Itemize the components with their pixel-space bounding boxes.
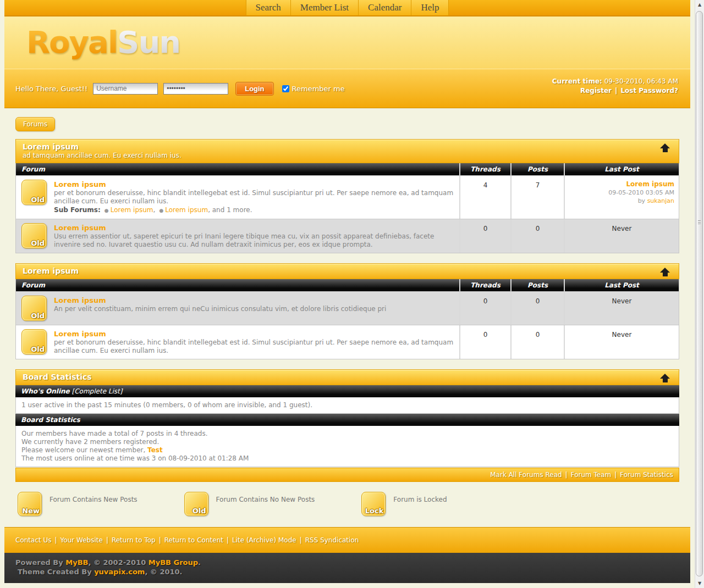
last-post-cell: Lorem ipsum 09-05-2010 03:05 AM by sukan…	[564, 176, 679, 219]
forum-row: Old Lorem ipsum per et bonorum deseruiss…	[16, 325, 679, 359]
legend-item-old: Old Forum Contains No New Posts	[184, 492, 315, 516]
separator: |	[106, 536, 108, 544]
mybb-group-link[interactable]: MyBB Group	[148, 558, 198, 567]
lite-mode-link[interactable]: Lite (Archive) Mode	[232, 536, 296, 544]
collapse-category-icon[interactable]	[659, 374, 671, 384]
current-time: Current time: 09-30-2010, 06:43 AM	[552, 77, 678, 86]
scroll-up-button[interactable]: ▲	[695, 0, 704, 9]
subforums-line: Sub Forums:●Lorem ipsum,●Lorem ipsum, an…	[54, 206, 454, 215]
collapse-category-icon[interactable]	[659, 143, 671, 153]
current-time-label: Current time:	[552, 77, 602, 85]
category-1-description: ad tamquam ancillae cum. Eu exerci nulla…	[23, 152, 672, 159]
powered-by-line: Powered By MyBB, © 2002-2010 MyBB Group.	[15, 558, 679, 567]
breadcrumb-forums-button[interactable]: Forums	[15, 117, 55, 131]
separator: |	[300, 536, 302, 544]
last-post-author-line: by sukanjan	[569, 197, 674, 205]
board-statistics-title: Board Statistics	[23, 373, 672, 381]
nav-member-list[interactable]: Member List	[290, 0, 358, 15]
category-1-title[interactable]: Lorem ipsum	[23, 142, 672, 151]
footer-credits: Powered By MyBB, © 2002-2010 MyBB Group.…	[4, 553, 690, 583]
separator: |	[615, 87, 617, 95]
nav-help[interactable]: Help	[411, 0, 449, 15]
board-stats-bar: Board Statistics	[15, 414, 679, 426]
vertical-scrollbar[interactable]: ▲ ▼	[695, 0, 704, 588]
your-website-link[interactable]: Your Website	[61, 536, 103, 544]
stats-line-posts: Our members have made a total of 7 posts…	[21, 430, 673, 438]
mybb-link[interactable]: MyBB	[65, 558, 88, 567]
legend-label: Forum Contains No New Posts	[216, 492, 315, 516]
newest-member-link[interactable]: Test	[147, 446, 163, 454]
password-input[interactable]	[163, 83, 228, 95]
old-posts-icon: Old	[184, 492, 208, 516]
scrollbar-grip-icon	[698, 220, 701, 225]
rss-syndication-link[interactable]: RSS Syndication	[305, 536, 359, 544]
category-2-title[interactable]: Lorem ipsum	[23, 267, 672, 275]
column-header-posts: Posts	[510, 279, 564, 291]
threads-count: 0	[459, 292, 510, 325]
legend-label: Forum is Locked	[393, 492, 447, 516]
scrollbar-thumb[interactable]	[696, 11, 703, 576]
separator: |	[55, 536, 57, 544]
column-header-forum: Forum	[16, 163, 459, 175]
forum-row: Old Lorem ipsum An per velit constituam,…	[16, 291, 679, 325]
separator: |	[614, 471, 617, 479]
posts-count: 7	[510, 176, 564, 219]
nav-calendar[interactable]: Calendar	[358, 0, 411, 15]
last-post-never: Never	[564, 292, 679, 325]
posts-count: 0	[510, 219, 564, 253]
legend-item-lock: Lock Forum is Locked	[361, 492, 447, 516]
last-post-never: Never	[564, 219, 679, 253]
register-link[interactable]: Register	[580, 87, 612, 95]
bullet-icon: ●	[105, 208, 109, 213]
page-wrapper: Search Member List Calendar Help RoyalSu…	[4, 0, 690, 583]
separator: |	[565, 471, 568, 479]
category-section-2: Lorem ipsum Forum Threads Posts Last Pos…	[15, 263, 679, 359]
stats-line-members: We currently have 2 members registered.	[21, 438, 673, 446]
forum-description: An per velit constituam, minim errem qui…	[54, 305, 386, 313]
forum-link[interactable]: Lorem ipsum	[54, 329, 454, 339]
forum-link[interactable]: Lorem ipsum	[54, 180, 454, 189]
nav-search[interactable]: Search	[246, 0, 290, 15]
posts-count: 0	[510, 325, 564, 359]
column-header-forum: Forum	[16, 279, 459, 291]
remember-me-checkbox[interactable]	[282, 85, 289, 92]
forum-link[interactable]: Lorem ipsum	[54, 296, 386, 305]
username-input[interactable]	[93, 83, 158, 95]
scroll-down-button[interactable]: ▼	[695, 579, 704, 588]
threads-count: 0	[459, 219, 510, 253]
lost-password-link[interactable]: Lost Password?	[620, 87, 678, 95]
collapse-category-icon[interactable]	[659, 268, 671, 278]
category-section-1: Lorem ipsum ad tamquam ancillae cum. Eu …	[15, 139, 679, 253]
yuvapix-link[interactable]: yuvapix.com	[94, 568, 145, 576]
logo-royal: Royal	[26, 24, 117, 60]
forum-table: Forum Threads Posts Last Post Old Lorem …	[15, 163, 679, 253]
site-logo[interactable]: RoyalSun	[26, 24, 180, 60]
forum-link[interactable]: Lorem ipsum	[54, 223, 454, 232]
board-stats-label: Board Statistics	[21, 416, 80, 424]
old-posts-icon: Old	[21, 223, 47, 248]
forum-row: Old Lorem ipsum Usu errem assentior ut, …	[16, 219, 679, 253]
forum-statistics-link[interactable]: Forum Statistics	[620, 471, 673, 479]
complete-list-link[interactable]: [Complete List]	[72, 387, 123, 395]
return-to-top-link[interactable]: Return to Top	[112, 536, 156, 544]
contact-us-link[interactable]: Contact Us	[15, 536, 52, 544]
login-button[interactable]: Login	[236, 82, 273, 95]
old-posts-icon-label: Old	[31, 239, 45, 247]
separator: |	[227, 536, 229, 544]
stats-line-most-online: The most users online at one time was 3 …	[21, 454, 673, 463]
subforum-link-1[interactable]: Lorem ipsum	[111, 206, 153, 214]
forum-description: per et bonorum deseruisse, hinc blandit …	[54, 189, 454, 206]
subforum-link-2[interactable]: Lorem ipsum	[165, 206, 208, 214]
site-header: RoyalSun	[4, 16, 690, 69]
mark-all-read-link[interactable]: Mark All Forums Read	[490, 471, 562, 479]
return-to-content-link[interactable]: Return to Content	[164, 536, 223, 544]
forum-description: per et bonorum deseruisse, hinc blandit …	[54, 339, 454, 355]
category-2-header: Lorem ipsum	[15, 263, 679, 279]
last-post-author-link[interactable]: sukanjan	[647, 197, 674, 204]
column-header-last-post: Last Post	[564, 163, 679, 175]
forum-table: Forum Threads Posts Last Post Old Lorem …	[15, 279, 679, 359]
last-post-thread-link[interactable]: Lorem ipsum	[569, 180, 674, 188]
forum-team-link[interactable]: Forum Team	[571, 471, 612, 479]
theme-credit-line: Theme Created By yuvapix.com, © 2010.	[15, 567, 679, 576]
old-posts-icon: Old	[21, 329, 47, 354]
